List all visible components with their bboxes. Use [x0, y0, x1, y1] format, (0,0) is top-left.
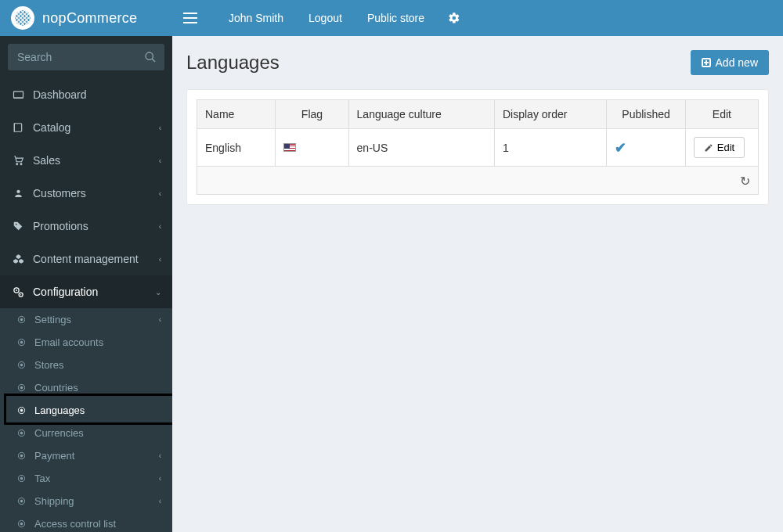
sidebar-subitem-payment[interactable]: Payment‹ [0, 444, 172, 467]
dashboard-icon [11, 90, 25, 99]
sidebar-subitem-settings[interactable]: Settings‹ [0, 308, 172, 331]
chevron-left-icon: ‹ [159, 124, 161, 132]
svg-point-4 [16, 164, 17, 165]
dot-circle-icon [14, 338, 28, 347]
menu-toggle-icon[interactable] [183, 13, 197, 23]
cell-name: English [197, 129, 276, 167]
col-published[interactable]: Published [607, 100, 685, 129]
add-new-label: Add new [716, 56, 758, 69]
sidebar-subitem-label: Countries [34, 382, 78, 394]
reload-icon[interactable]: ↻ [740, 173, 750, 188]
svg-line-1 [152, 59, 155, 62]
sidebar-subitem-shipping[interactable]: Shipping‹ [0, 490, 172, 512]
sidebar-subitem-label: Stores [34, 359, 64, 371]
svg-point-9 [16, 289, 17, 291]
sidebar-subitem-stores[interactable]: Stores [0, 354, 172, 376]
brand-logo-icon [11, 6, 34, 30]
sidebar-subitem-label: Email accounts [34, 336, 103, 348]
table-row: Englishen-US1✔Edit [197, 129, 759, 167]
sidebar-item-configuration[interactable]: Configuration ⌄ [0, 275, 172, 308]
grid-panel: Name Flag Language culture Display order… [186, 89, 769, 205]
check-icon: ✔ [615, 140, 626, 156]
add-new-button[interactable]: Add new [691, 50, 769, 75]
main-content: Languages Add new Name Flag Language cul… [172, 36, 783, 532]
col-flag[interactable]: Flag [276, 100, 348, 129]
user-name-link[interactable]: John Smith [216, 12, 296, 24]
cell-published: ✔ [607, 129, 685, 167]
svg-point-25 [20, 455, 23, 457]
chevron-left-icon: ‹ [159, 222, 161, 231]
svg-point-7 [16, 224, 17, 225]
svg-point-11 [20, 294, 21, 295]
chevron-left-icon: ‹ [159, 474, 161, 483]
dot-circle-icon [14, 451, 28, 460]
dot-circle-icon [14, 383, 28, 392]
sidebar-subitem-label: Settings [34, 314, 71, 325]
sidebar-subitem-currencies[interactable]: Currencies [0, 422, 172, 444]
sidebar-search [0, 36, 172, 78]
gear-icon[interactable] [437, 12, 471, 24]
edit-label: Edit [717, 142, 734, 153]
sidebar-item-customers[interactable]: Customers ‹ [0, 177, 172, 210]
svg-point-17 [20, 364, 23, 366]
brand-name: nopCommerce [42, 10, 137, 27]
sidebar-subnav-configuration: Settings‹Email accountsStoresCountriesLa… [0, 308, 172, 532]
flag-us-icon [283, 143, 296, 152]
sidebar-subitem-countries[interactable]: Countries [0, 376, 172, 399]
svg-point-19 [20, 386, 23, 389]
sidebar-item-catalog[interactable]: Catalog ‹ [0, 111, 172, 144]
sidebar-item-content-management[interactable]: Content management ‹ [0, 243, 172, 275]
grid-footer: ↻ [197, 167, 759, 195]
sidebar-subitem-email-accounts[interactable]: Email accounts [0, 331, 172, 354]
public-store-link[interactable]: Public store [355, 12, 437, 24]
cell-edit: Edit [685, 129, 758, 167]
col-name[interactable]: Name [197, 100, 276, 129]
sidebar-subitem-languages[interactable]: Languages [0, 399, 172, 422]
sidebar: Dashboard Catalog ‹ Sales ‹ Customers ‹ … [0, 36, 172, 532]
sidebar-item-label: Sales [33, 154, 60, 167]
sidebar-item-label: Dashboard [33, 88, 87, 101]
svg-point-29 [20, 500, 23, 502]
sidebar-item-label: Configuration [33, 286, 98, 298]
cell-culture: en-US [348, 129, 494, 167]
tag-icon [11, 221, 25, 232]
table-header-row: Name Flag Language culture Display order… [197, 100, 759, 129]
svg-point-13 [20, 318, 23, 321]
col-edit[interactable]: Edit [685, 100, 758, 129]
header-right: John Smith Logout Public store [172, 12, 783, 24]
dot-circle-icon [14, 361, 28, 369]
svg-point-27 [20, 477, 23, 480]
sidebar-subitem-label: Languages [34, 404, 85, 416]
sidebar-item-label: Promotions [33, 220, 88, 232]
sidebar-item-promotions[interactable]: Promotions ‹ [0, 210, 172, 243]
sidebar-subitem-label: Access control list [34, 518, 116, 530]
cell-display-order: 1 [494, 129, 606, 167]
logout-link[interactable]: Logout [296, 12, 355, 24]
gears-icon [11, 286, 25, 298]
page-header: Languages Add new [186, 50, 769, 75]
dot-circle-icon [14, 315, 28, 324]
chevron-down-icon: ⌄ [155, 288, 161, 297]
search-input[interactable] [8, 44, 164, 70]
sidebar-subitem-label: Payment [34, 450, 74, 462]
top-header: nopCommerce John Smith Logout Public sto… [0, 0, 783, 36]
svg-rect-2 [13, 92, 23, 98]
col-display-order[interactable]: Display order [494, 100, 606, 129]
search-icon[interactable] [144, 51, 157, 63]
brand-logo[interactable]: nopCommerce [0, 0, 172, 36]
sidebar-subitem-label: Shipping [34, 495, 74, 507]
chevron-left-icon: ‹ [159, 315, 161, 324]
languages-table: Name Flag Language culture Display order… [197, 99, 759, 167]
sidebar-subitem-access-control-list[interactable]: Access control list [0, 512, 172, 532]
sidebar-nav: Dashboard Catalog ‹ Sales ‹ Customers ‹ … [0, 78, 172, 308]
edit-button[interactable]: Edit [694, 137, 745, 158]
chevron-left-icon: ‹ [159, 451, 161, 460]
cart-icon [11, 155, 25, 166]
sidebar-item-sales[interactable]: Sales ‹ [0, 144, 172, 177]
col-culture[interactable]: Language culture [348, 100, 494, 129]
dot-circle-icon [14, 474, 28, 483]
sidebar-subitem-tax[interactable]: Tax‹ [0, 467, 172, 490]
sidebar-item-dashboard[interactable]: Dashboard [0, 78, 172, 111]
dot-circle-icon [14, 497, 28, 505]
plus-icon [702, 58, 711, 67]
